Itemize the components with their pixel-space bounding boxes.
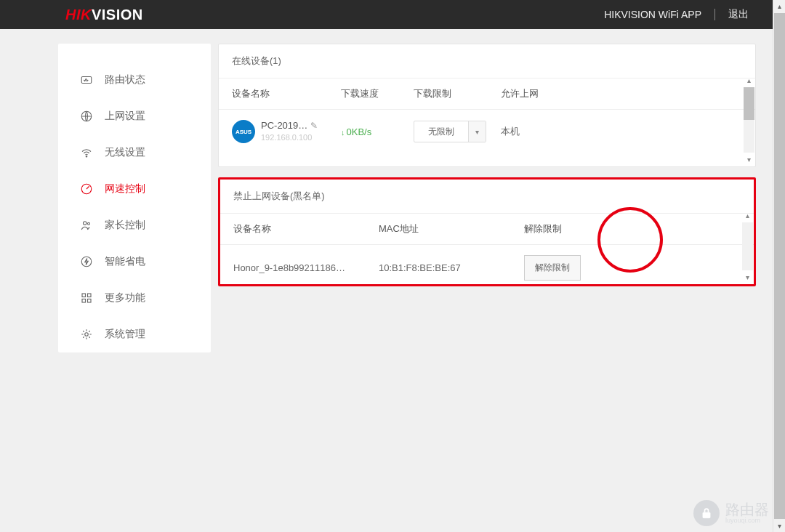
grid-icon [80, 291, 93, 305]
blacklist-device-name: Honor_9-1e8b99211186… [233, 262, 379, 273]
watermark: 路由器 luyouqi.com [693, 500, 769, 526]
sidebar-item-label: 路由状态 [105, 73, 145, 86]
online-table-header: 设备名称 下载速度 下载限制 允许上网 [219, 78, 755, 110]
wifi-icon [80, 146, 93, 159]
device-ip: 192.168.0.100 [261, 132, 318, 142]
online-device-row: ASUS PC-2019… ✎ 192.168.0.100 ↓0KB/s 无限制 [219, 110, 755, 153]
edit-icon[interactable]: ✎ [310, 121, 318, 132]
logout-link[interactable]: 退出 [728, 8, 749, 21]
page-scrollbar[interactable]: ▴ ▾ [773, 0, 785, 532]
sidebar-item-power-saving[interactable]: 智能省电 [58, 243, 211, 280]
wifi-app-link[interactable]: HIKVISION WiFi APP [604, 9, 701, 20]
device-name: PC-2019… [261, 120, 307, 132]
scroll-thumb[interactable] [774, 13, 785, 519]
top-right: HIKVISION WiFi APP 退出 [604, 8, 749, 21]
col-header-name: 设备名称 [232, 87, 341, 100]
col-header-speed: 下载速度 [341, 87, 414, 100]
blacklist-table-header: 设备名称 MAC地址 解除限制 [220, 214, 754, 245]
svg-point-11 [85, 333, 89, 336]
online-scrollbar[interactable]: ▴ ▾ [743, 73, 755, 166]
bl-col-header-action: 解除限制 [524, 222, 597, 235]
bl-col-header-name: 设备名称 [233, 222, 379, 235]
limit-value: 无限制 [414, 126, 468, 138]
svg-rect-8 [88, 294, 92, 297]
parental-icon [80, 219, 93, 232]
activity-icon [80, 73, 93, 86]
sidebar-item-label: 上网设置 [105, 110, 145, 123]
scroll-up-icon[interactable]: ▴ [773, 0, 785, 12]
scroll-up-icon[interactable]: ▴ [743, 73, 755, 87]
svg-rect-9 [82, 299, 86, 303]
svg-rect-12 [703, 512, 710, 518]
bl-col-header-mac: MAC地址 [379, 222, 524, 235]
scroll-up-icon[interactable]: ▴ [741, 209, 754, 222]
blacklist-scrollbar[interactable]: ▴ ▾ [741, 209, 754, 284]
scroll-down-icon[interactable]: ▾ [743, 153, 755, 166]
sidebar-item-label: 智能省电 [105, 255, 145, 268]
svg-point-5 [88, 222, 90, 225]
blacklist-device-mac: 10:B1:F8:BE:BE:67 [379, 262, 524, 273]
col-header-limit: 下载限制 [414, 87, 501, 100]
logo-red: HIK [65, 7, 92, 23]
sidebar-item-label: 无线设置 [105, 146, 145, 159]
top-bar: HIKVISION HIKVISION WiFi APP 退出 [0, 0, 785, 29]
sidebar-item-wireless-settings[interactable]: 无线设置 [58, 134, 211, 171]
blacklist-panel-title: 禁止上网设备(黑名单) [220, 180, 754, 214]
unblock-button[interactable]: 解除限制 [524, 255, 581, 281]
watermark-text: 路由器 [725, 502, 769, 517]
sidebar-item-label: 网速控制 [105, 182, 145, 196]
bolt-icon [80, 255, 93, 268]
sidebar: 路由状态 上网设置 无线设置 网速控制 家长控制 智能省电 更多功能 系统管理 [58, 44, 211, 352]
sidebar-item-label: 家长控制 [105, 219, 145, 232]
col-header-allow: 允许上网 [501, 87, 559, 100]
lock-icon [693, 500, 720, 526]
download-arrow-icon: ↓ [341, 128, 345, 137]
blacklist-device-row: Honor_9-1e8b99211186… 10:B1:F8:BE:BE:67 … [220, 245, 754, 291]
sidebar-item-label: 系统管理 [105, 328, 145, 341]
sidebar-item-system-management[interactable]: 系统管理 [58, 316, 211, 352]
svg-point-6 [81, 257, 92, 267]
svg-rect-10 [88, 299, 92, 303]
scroll-down-icon[interactable]: ▾ [773, 520, 785, 532]
svg-point-4 [84, 222, 87, 225]
sidebar-item-parental-control[interactable]: 家长控制 [58, 207, 211, 243]
svg-rect-7 [82, 294, 86, 297]
watermark-sub: luyouqi.com [725, 517, 769, 524]
gear-icon [80, 328, 93, 341]
separator [714, 9, 715, 20]
svg-point-2 [86, 156, 87, 158]
globe-icon [80, 110, 93, 123]
sidebar-item-label: 更多功能 [105, 291, 145, 305]
scroll-down-icon[interactable]: ▾ [741, 270, 754, 284]
blacklist-panel: 禁止上网设备(黑名单) 设备名称 MAC地址 解除限制 Honor_9-1e8b… [218, 177, 756, 286]
download-limit-select[interactable]: 无限制 ▾ [414, 121, 486, 142]
online-panel-title: 在线设备(1) [219, 44, 755, 78]
gauge-icon [80, 182, 93, 196]
sidebar-item-router-status[interactable]: 路由状态 [58, 62, 211, 98]
sidebar-item-speed-control[interactable]: 网速控制 [58, 171, 211, 207]
sidebar-item-more-features[interactable]: 更多功能 [58, 280, 211, 316]
caret-down-icon: ▾ [468, 121, 486, 142]
logo: HIKVISION [65, 7, 143, 23]
logo-white: VISION [92, 7, 143, 23]
device-brand-icon: ASUS [232, 120, 255, 143]
online-devices-panel: 在线设备(1) 设备名称 下载速度 下载限制 允许上网 ASUS PC-2019… [218, 44, 756, 167]
download-speed: 0KB/s [347, 126, 372, 137]
sidebar-item-internet-settings[interactable]: 上网设置 [58, 98, 211, 134]
allow-internet: 本机 [501, 125, 559, 138]
